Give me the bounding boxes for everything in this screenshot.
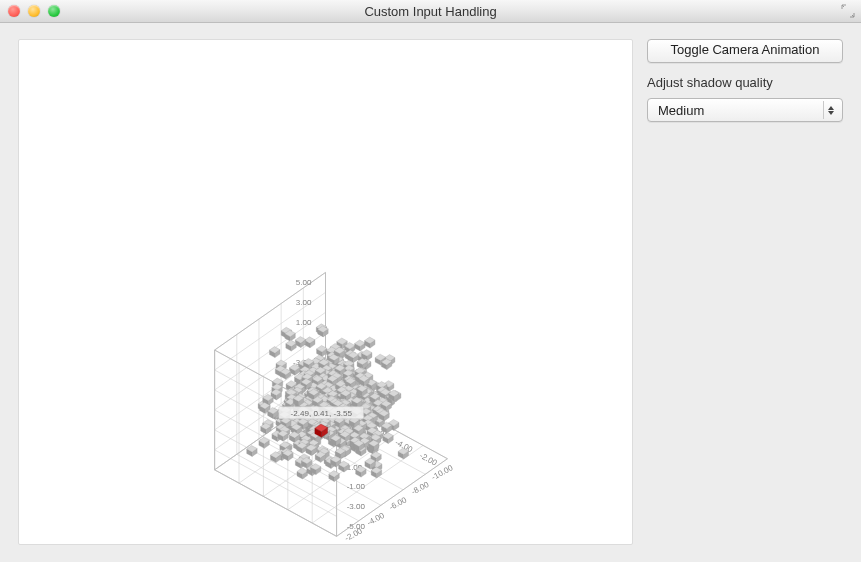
close-icon[interactable] (8, 5, 20, 17)
select-stepper-icon (823, 101, 838, 119)
zoom-icon[interactable] (48, 5, 60, 17)
svg-line-39 (215, 470, 337, 537)
selected-point-tooltip: -2.49, 0.41, -3.55 (291, 409, 353, 418)
svg-text:-6.00: -6.00 (388, 495, 409, 512)
titlebar: Custom Input Handling (0, 0, 861, 23)
shadow-quality-select[interactable]: Medium (647, 98, 843, 122)
svg-text:1.00: 1.00 (296, 318, 312, 327)
svg-text:5.00: 5.00 (296, 278, 312, 287)
minimize-icon[interactable] (28, 5, 40, 17)
svg-text:3.00: 3.00 (296, 298, 312, 307)
scatter-3d-viewport[interactable]: -5.00-3.00-1.001.003.005.00-5.00-3.00-1.… (18, 39, 633, 545)
svg-text:-4.00: -4.00 (366, 511, 387, 528)
toggle-camera-button[interactable]: Toggle Camera Animation (647, 39, 843, 63)
svg-text:-2.00: -2.00 (418, 451, 439, 468)
controls-panel: Toggle Camera Animation Adjust shadow qu… (647, 39, 843, 545)
window-title: Custom Input Handling (0, 4, 861, 19)
shadow-quality-label: Adjust shadow quality (647, 71, 843, 90)
shadow-quality-value: Medium (658, 103, 704, 118)
svg-text:-3.00: -3.00 (347, 502, 366, 511)
svg-text:-1.00: -1.00 (347, 482, 366, 491)
fullscreen-icon[interactable] (841, 4, 855, 18)
svg-text:-8.00: -8.00 (410, 480, 431, 497)
